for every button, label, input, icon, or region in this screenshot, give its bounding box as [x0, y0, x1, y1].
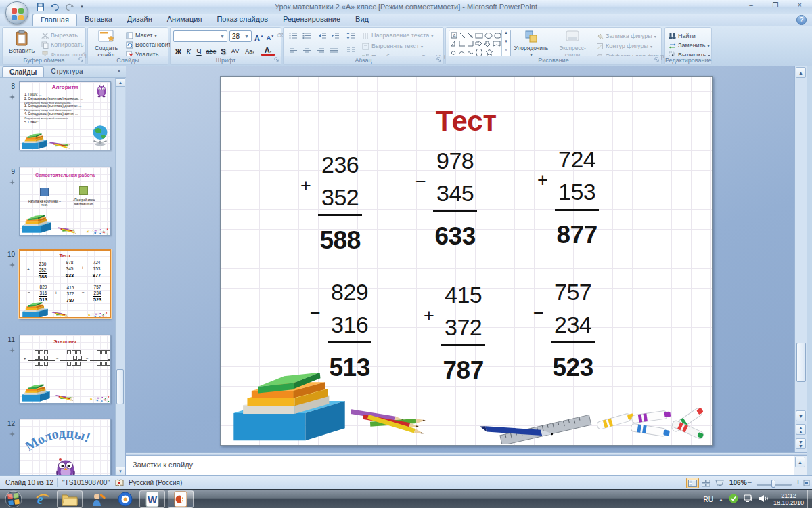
clipboard-dialog-launcher-icon[interactable] [78, 56, 84, 64]
change-case-button[interactable]: Аа▾ [243, 45, 256, 57]
bold-button[interactable]: Ж [173, 45, 183, 57]
slideshow-view-button[interactable] [713, 478, 726, 488]
arrange-button[interactable]: Упорядочить ▾ [514, 30, 549, 58]
show-hidden-icons-icon[interactable]: ▲ [719, 497, 723, 502]
grow-font-button[interactable]: A▲ [254, 30, 265, 41]
undo-icon[interactable] [49, 2, 61, 12]
panel-scroll-down-icon[interactable]: ▼ [116, 467, 125, 475]
drawing-dialog-launcher-icon[interactable] [654, 56, 660, 64]
bullets-button[interactable] [287, 30, 299, 42]
slide-canvas[interactable]: Тест +236352588 −978345633 +724153877 −8… [220, 76, 713, 446]
paragraph-dialog-launcher-icon[interactable] [436, 56, 442, 64]
columns-button[interactable] [344, 45, 357, 56]
help-button[interactable]: ? [796, 15, 807, 25]
slide-8-thumbnail[interactable]: Алгоритм 1. Пишу: ... 2. Складываю (вычи… [19, 81, 111, 150]
zoom-slider-thumb[interactable] [771, 480, 775, 488]
shapes-gallery[interactable]: A [449, 30, 511, 57]
redo-icon[interactable] [64, 2, 76, 12]
find-button[interactable]: Найти [669, 31, 696, 41]
language-switch[interactable]: RU [704, 496, 713, 503]
align-right-button[interactable] [314, 45, 326, 56]
slide-11-thumbnail[interactable]: Эталоны + − − [19, 335, 111, 404]
underline-button[interactable]: Ч [194, 45, 204, 57]
italic-button[interactable]: К [184, 45, 194, 57]
tab-slideshow[interactable]: Показ слайдов [209, 14, 275, 26]
slide-12-thumbnail[interactable]: Молодцы! [19, 419, 111, 475]
panel-scroll-up-icon[interactable]: ▲ [116, 78, 125, 87]
powerpoint-button-active[interactable]: P [168, 490, 194, 508]
scroll-thumb[interactable] [796, 343, 806, 382]
slide-title[interactable]: Тест [221, 105, 712, 137]
shape-outline-button[interactable]: Контур фигуры▾ [596, 41, 652, 51]
notes-scroll-up-icon[interactable]: ▲ [795, 457, 805, 467]
tab-home[interactable]: Главная [32, 14, 77, 26]
decrease-indent-button[interactable] [316, 30, 328, 42]
minimize-button[interactable]: – [744, 1, 758, 9]
zoom-out-button[interactable]: − [747, 476, 752, 489]
graphics-app-icon[interactable] [85, 490, 111, 508]
tab-insert[interactable]: Вставка [77, 14, 120, 26]
fit-to-window-button[interactable] [803, 478, 811, 488]
font-name-combo[interactable]: ▼ [173, 30, 227, 42]
font-dialog-launcher-icon[interactable] [274, 56, 279, 64]
tab-design[interactable]: Дизайн [120, 14, 160, 26]
clear-formatting-button[interactable]: ⌫ [276, 30, 281, 41]
panel-close-icon[interactable]: × [115, 68, 123, 75]
main-scrollbar[interactable]: ▲ ▼ ▲▲ ▼▼ [794, 66, 807, 452]
internet-explorer-icon[interactable]: e [30, 490, 55, 508]
text-direction-button[interactable]: Направление текста▾ [362, 30, 433, 40]
math-problem-3[interactable]: +724153877 [537, 142, 599, 253]
media-player-icon[interactable] [112, 490, 138, 508]
clock[interactable]: 21:1218.10.2010 [773, 492, 804, 506]
word-button[interactable]: W [139, 490, 165, 508]
increase-indent-button[interactable] [329, 30, 341, 42]
shrink-font-button[interactable]: A▼ [265, 30, 275, 41]
font-color-button[interactable]: А▾ [261, 45, 275, 56]
previous-slide-button[interactable]: ▲▲ [796, 424, 806, 435]
math-problem-6[interactable]: −757234523 [533, 274, 595, 386]
save-icon[interactable] [34, 2, 46, 12]
windows-explorer-button[interactable] [57, 490, 83, 508]
close-button[interactable]: × [793, 1, 807, 9]
math-problem-2[interactable]: −978345633 [415, 143, 477, 255]
zoom-in-button[interactable]: + [796, 476, 800, 489]
volume-icon[interactable] [759, 494, 768, 504]
panel-tab-outline[interactable]: Структура [44, 66, 89, 77]
office-button[interactable] [5, 1, 28, 24]
strikethrough-button[interactable]: abc [204, 45, 218, 57]
panel-scrollbar[interactable]: ▲ ▼ [115, 78, 125, 475]
tab-view[interactable]: Вид [348, 14, 376, 26]
layout-button[interactable]: Макет▾ [126, 30, 157, 40]
qat-customize-dropdown-icon[interactable]: ▾ [78, 2, 85, 12]
language-indicator[interactable]: Русский (Россия) [129, 476, 182, 489]
scroll-up-icon[interactable]: ▲ [796, 67, 806, 78]
line-spacing-button[interactable] [344, 30, 357, 42]
font-name-dropdown-icon[interactable]: ▼ [220, 31, 225, 41]
notes-scrollbar[interactable]: ▲ [794, 456, 807, 475]
slide-9-thumbnail[interactable]: Самостоятельная работа Работа на ноутбук… [19, 167, 111, 236]
shape-fill-button[interactable]: Заливка фигуры▾ [596, 31, 656, 41]
panel-tab-slides[interactable]: Слайды [2, 66, 44, 77]
align-text-button[interactable]: Выровнять текст▾ [362, 41, 423, 51]
panel-scroll-thumb[interactable] [116, 369, 124, 404]
justify-button[interactable] [328, 45, 340, 56]
align-left-button[interactable] [287, 45, 299, 56]
text-shadow-button[interactable]: S [219, 45, 228, 57]
character-spacing-button[interactable]: AV [229, 45, 242, 57]
next-slide-button[interactable]: ▼▼ [796, 438, 806, 449]
normal-view-button[interactable] [686, 478, 699, 488]
tab-review[interactable]: Рецензирование [275, 14, 348, 26]
notes-pane[interactable]: Заметки к слайду [126, 456, 794, 475]
align-center-button[interactable] [300, 45, 313, 56]
font-size-combo[interactable]: 28▼ [229, 30, 252, 42]
shapes-gallery-scroll[interactable]: ▲ ▼ ▿ [501, 30, 510, 56]
math-problem-1[interactable]: +236352588 [300, 147, 362, 259]
network-icon[interactable] [744, 494, 753, 504]
cut-button[interactable]: Вырезать [41, 30, 78, 40]
slide-10-thumbnail-selected[interactable]: Тест +236352588 −978345633 +724153877 −8… [19, 249, 111, 318]
copy-button[interactable]: Копировать [41, 40, 83, 49]
numbering-button[interactable] [300, 30, 313, 42]
maximize-button[interactable]: ❐ [769, 1, 782, 9]
math-problem-5[interactable]: +415372787 [424, 277, 485, 389]
font-size-dropdown-icon[interactable]: ▼ [244, 31, 249, 41]
